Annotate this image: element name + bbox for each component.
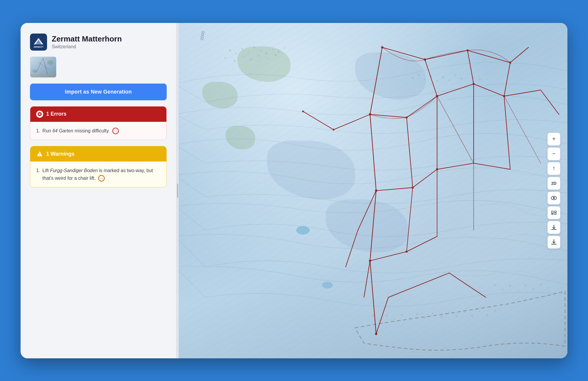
svg-rect-8 (30, 74, 56, 77)
svg-point-63 (540, 284, 542, 285)
compass-button[interactable] (547, 162, 560, 175)
svg-point-122 (302, 110, 304, 112)
error-text: Run 64 Garten missing difficulty. → (42, 127, 118, 135)
compass-icon (551, 166, 557, 172)
map-controls: + − 2D (547, 133, 560, 249)
svg-point-54 (479, 311, 480, 312)
warning-arrow-link[interactable]: → (98, 175, 105, 182)
svg-point-127 (553, 197, 555, 199)
svg-point-26 (267, 58, 268, 59)
svg-point-29 (418, 74, 420, 75)
svg-line-77 (407, 96, 437, 117)
svg-point-119 (369, 259, 371, 262)
download-button-1[interactable] (547, 221, 560, 234)
svg-point-117 (412, 187, 414, 189)
svg-point-59 (509, 285, 511, 287)
map-area[interactable]: 2000 (179, 23, 567, 358)
svg-line-79 (474, 84, 504, 96)
download-icon-2 (551, 239, 557, 245)
svg-point-112 (405, 116, 407, 118)
svg-point-48 (432, 312, 433, 314)
svg-point-33 (442, 76, 444, 78)
svg-point-118 (436, 168, 438, 170)
svg-point-53 (471, 315, 473, 316)
svg-point-58 (502, 289, 503, 290)
svg-point-40 (372, 315, 374, 316)
eye-button[interactable] (547, 192, 560, 204)
svg-point-44 (401, 314, 403, 316)
svg-point-11 (229, 49, 231, 51)
svg-line-82 (333, 114, 370, 129)
svg-line-68 (370, 261, 376, 334)
warning-text: Lift Furgg-Sandiger Boden is marked as t… (42, 167, 161, 182)
svg-point-113 (436, 95, 438, 97)
resort-country: Switzerland (52, 44, 122, 49)
error-item: 1. Run 64 Garten missing difficulty. → (36, 127, 161, 135)
svg-rect-129 (554, 211, 556, 212)
svg-marker-125 (553, 169, 554, 171)
left-panel: ZERMATT Zermatt Matterhorn Switzerland (21, 23, 176, 358)
error-number: 1. (36, 127, 40, 135)
resort-header: ZERMATT Zermatt Matterhorn Switzerland (30, 34, 167, 51)
svg-point-17 (265, 52, 267, 54)
svg-point-35 (455, 74, 456, 76)
map-layer-button[interactable] (547, 206, 560, 219)
svg-line-91 (504, 96, 510, 169)
svg-point-21 (225, 57, 226, 59)
svg-point-116 (375, 189, 377, 192)
svg-line-104 (407, 187, 413, 252)
2d-view-button[interactable]: 2D (547, 177, 560, 190)
svg-rect-131 (554, 213, 556, 214)
svg-point-38 (473, 76, 474, 78)
zoom-out-button[interactable]: − (547, 147, 560, 160)
error-arrow-link[interactable]: → (112, 128, 119, 134)
svg-point-14 (248, 51, 249, 52)
download-button-2[interactable] (547, 236, 560, 249)
warning-number: 1. (36, 167, 40, 182)
svg-point-120 (405, 250, 407, 252)
svg-point-52 (464, 311, 465, 312)
svg-point-28 (412, 77, 414, 79)
svg-point-108 (424, 58, 426, 61)
svg-line-92 (370, 252, 407, 261)
svg-point-13 (241, 48, 243, 49)
svg-line-86 (437, 163, 474, 169)
svg-point-50 (449, 312, 450, 313)
svg-line-71 (467, 50, 510, 62)
thumbnail-image (30, 57, 56, 77)
svg-line-84 (376, 187, 412, 190)
svg-point-7 (32, 69, 37, 73)
svg-point-115 (503, 95, 505, 97)
svg-point-30 (424, 79, 425, 80)
device-frame: ZERMATT Zermatt Matterhorn Switzerland (21, 23, 567, 358)
svg-point-16 (260, 49, 261, 51)
svg-point-107 (381, 46, 383, 48)
svg-point-60 (517, 289, 518, 290)
error-body: 1. Run 64 Garten missing difficulty. → (30, 122, 166, 140)
warning-icon: ! (36, 150, 43, 157)
eye-icon (551, 195, 557, 201)
svg-rect-128 (552, 211, 553, 213)
error-card: 1 Errors 1. Run 64 Garten missing diffic… (30, 106, 167, 140)
svg-line-83 (303, 111, 334, 129)
svg-point-6 (48, 60, 54, 65)
svg-point-27 (275, 54, 276, 56)
svg-point-37 (467, 74, 468, 75)
svg-line-101 (467, 285, 486, 297)
svg-point-19 (278, 51, 280, 53)
warning-header: ! 1 Warnings (30, 146, 166, 162)
svg-point-43 (394, 319, 395, 320)
resort-name: Zermatt Matterhorn (52, 34, 122, 44)
zoom-in-button[interactable]: + (547, 133, 560, 146)
svg-point-49 (441, 316, 442, 317)
svg-line-88 (407, 117, 413, 187)
svg-point-25 (258, 55, 260, 56)
svg-rect-130 (552, 214, 553, 214)
svg-point-64 (548, 287, 549, 288)
svg-line-74 (467, 50, 474, 84)
resort-thumbnail[interactable] (30, 56, 56, 78)
svg-line-102 (437, 96, 474, 163)
svg-line-66 (370, 114, 376, 190)
svg-text:!: ! (39, 153, 40, 156)
import-button[interactable]: Import as New Generation (30, 84, 167, 100)
